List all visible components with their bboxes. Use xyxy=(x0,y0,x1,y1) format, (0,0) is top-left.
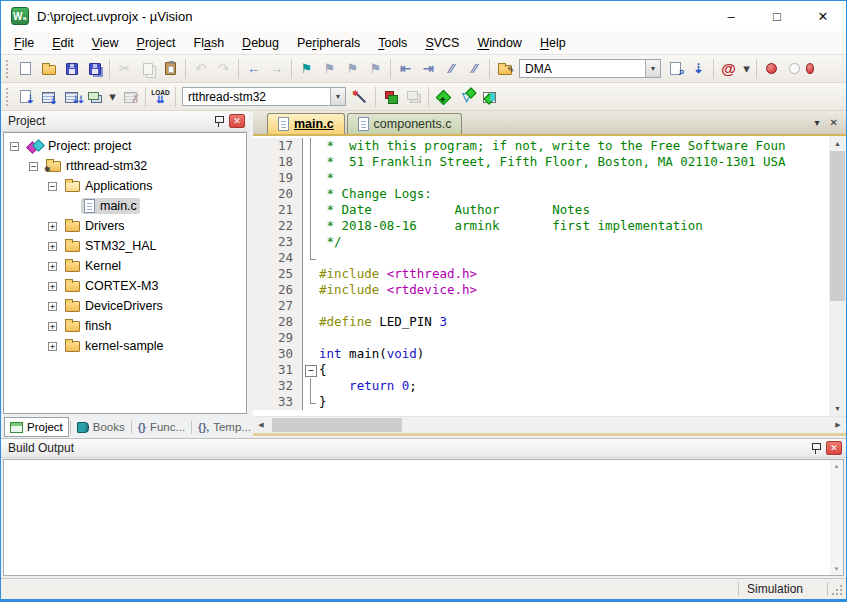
expand-icon[interactable]: + xyxy=(48,342,57,351)
fold-box-icon[interactable] xyxy=(303,362,319,378)
scroll-track[interactable] xyxy=(829,151,846,401)
navigate-forward-button[interactable]: → xyxy=(265,57,288,81)
menu-svcs[interactable]: SVCS xyxy=(416,33,468,53)
find-text-button[interactable] xyxy=(664,57,687,81)
start-stop-debug-button[interactable]: @ xyxy=(717,57,740,81)
menu-help[interactable]: Help xyxy=(531,33,575,53)
indent-button[interactable]: ⇥ xyxy=(417,57,440,81)
tree-item-devicedrivers[interactable]: +DeviceDrivers xyxy=(4,296,246,316)
menu-debug[interactable]: Debug xyxy=(233,33,288,53)
rebuild-all-button[interactable] xyxy=(60,85,83,109)
find-combo[interactable]: DMA▾ xyxy=(519,59,661,78)
build-output-scrollbar[interactable]: ▲ ▼ xyxy=(830,460,843,575)
maximize-button[interactable]: □ xyxy=(754,1,800,31)
menu-window[interactable]: Window xyxy=(468,33,530,53)
tab-list-dropdown-icon[interactable]: ▾ xyxy=(815,117,820,128)
find-combo-dropdown-icon[interactable]: ▾ xyxy=(645,60,660,77)
panel-tab-func[interactable]: {}Func... xyxy=(133,417,190,437)
batch-build-button[interactable] xyxy=(83,85,106,109)
tree-item-drivers[interactable]: +Drivers xyxy=(4,216,246,236)
close-panel-button[interactable] xyxy=(229,114,245,128)
manage-components-button[interactable] xyxy=(379,85,402,109)
batch-build-dropdown-button[interactable]: ▾ xyxy=(106,85,119,109)
tree-item-cortex-m3[interactable]: +CORTEX-M3 xyxy=(4,276,246,296)
close-document-icon[interactable]: ✕ xyxy=(830,117,838,128)
download-flash-button[interactable]: LOAD⇊ xyxy=(149,85,172,109)
collapse-icon[interactable]: − xyxy=(10,142,19,151)
tree-item-kernel-sample[interactable]: +kernel-sample xyxy=(4,336,246,356)
bookmark-next-button[interactable]: ⚑ xyxy=(341,57,364,81)
tab-components-c[interactable]: components.c xyxy=(347,113,463,134)
breakpoint-enable-disable-button[interactable] xyxy=(783,57,806,81)
pin-icon[interactable] xyxy=(214,115,225,128)
tree-item-rtthread-stm32[interactable]: −rtthread-stm32 xyxy=(4,156,246,176)
menu-tools[interactable]: Tools xyxy=(369,33,416,53)
scroll-down-icon[interactable]: ▼ xyxy=(829,401,846,416)
debug-dropdown-button[interactable]: ▾ xyxy=(740,57,753,81)
tab-main-c[interactable]: main.c xyxy=(267,113,345,134)
expand-icon[interactable]: + xyxy=(48,282,57,291)
scroll-up-icon[interactable]: ▲ xyxy=(830,460,843,472)
menu-project[interactable]: Project xyxy=(128,33,185,53)
menu-view[interactable]: View xyxy=(83,33,128,53)
menu-flash[interactable]: Flash xyxy=(185,33,234,53)
open-file-button[interactable] xyxy=(37,57,60,81)
scroll-down-icon[interactable]: ▼ xyxy=(830,563,843,575)
scroll-thumb[interactable] xyxy=(272,418,402,432)
panel-tab-temp[interactable]: {},Temp... xyxy=(193,417,256,437)
paste-button[interactable] xyxy=(159,57,182,81)
find-in-files-button[interactable] xyxy=(493,57,516,81)
incremental-find-button[interactable]: ⇣ xyxy=(687,57,710,81)
bookmark-toggle-button[interactable]: ⚑ xyxy=(295,57,318,81)
bookmark-clear-all-button[interactable]: ⚑ xyxy=(364,57,387,81)
breakpoint-kill-all-button[interactable] xyxy=(806,57,814,81)
tree-item-applications[interactable]: −Applications xyxy=(4,176,246,196)
build-output-content[interactable] xyxy=(4,460,830,575)
scroll-left-icon[interactable]: ◀ xyxy=(253,417,269,433)
scroll-thumb[interactable] xyxy=(830,151,845,301)
navigate-back-button[interactable]: ← xyxy=(242,57,265,81)
close-button[interactable]: ✕ xyxy=(800,1,846,31)
tree-item-finsh[interactable]: +finsh xyxy=(4,316,246,336)
target-options-button[interactable] xyxy=(349,85,372,109)
expand-icon[interactable]: + xyxy=(48,242,57,251)
bookmark-previous-button[interactable]: ⚑ xyxy=(318,57,341,81)
scroll-right-icon[interactable]: ▶ xyxy=(830,417,846,433)
minimize-button[interactable]: – xyxy=(708,1,754,31)
tree-item-kernel[interactable]: +Kernel xyxy=(4,256,246,276)
collapse-icon[interactable]: − xyxy=(48,182,57,191)
editor-vertical-scrollbar[interactable]: ▲ ▼ xyxy=(829,136,846,416)
tree-item-stm32-hal[interactable]: +STM32_HAL xyxy=(4,236,246,256)
close-panel-button[interactable] xyxy=(826,441,842,455)
target-combo[interactable]: rtthread-stm32▾ xyxy=(182,87,346,106)
pin-icon[interactable] xyxy=(811,442,822,455)
expand-icon[interactable]: + xyxy=(48,302,57,311)
build-target-button[interactable] xyxy=(37,85,60,109)
expand-icon[interactable]: + xyxy=(48,222,57,231)
manage-rte-button[interactable] xyxy=(432,85,455,109)
menu-edit[interactable]: Edit xyxy=(43,33,83,53)
panel-tab-books[interactable]: Books xyxy=(72,417,130,437)
expand-icon[interactable]: + xyxy=(48,262,57,271)
uncomment-selection-button[interactable]: ∕∕ xyxy=(463,57,486,81)
new-file-button[interactable] xyxy=(14,57,37,81)
expand-icon[interactable]: + xyxy=(48,322,57,331)
translate-file-button[interactable] xyxy=(14,85,37,109)
save-file-button[interactable] xyxy=(60,57,83,81)
tree-item-project-project[interactable]: −Project: project xyxy=(4,136,246,156)
panel-tab-project[interactable]: Project xyxy=(4,417,69,437)
select-packs-button[interactable]: ▽ xyxy=(455,85,478,109)
menu-file[interactable]: File xyxy=(5,33,43,53)
collapse-icon[interactable]: − xyxy=(29,162,38,171)
target-combo-dropdown-icon[interactable]: ▾ xyxy=(330,88,345,105)
comment-selection-button[interactable]: ∕∕ xyxy=(440,57,463,81)
code-editor[interactable]: 17 * with this program; if not, write to… xyxy=(253,136,829,416)
editor-horizontal-scrollbar[interactable]: ◀ ▶ xyxy=(253,416,846,433)
save-all-button[interactable] xyxy=(83,57,106,81)
pack-installer-button[interactable] xyxy=(478,85,501,109)
unindent-button[interactable]: ⇤ xyxy=(394,57,417,81)
menu-peripherals[interactable]: Peripherals xyxy=(288,33,369,53)
breakpoint-toggle-button[interactable] xyxy=(760,57,783,81)
tree-item-main-c[interactable]: main.c xyxy=(4,196,246,216)
resize-grip[interactable] xyxy=(828,579,846,599)
